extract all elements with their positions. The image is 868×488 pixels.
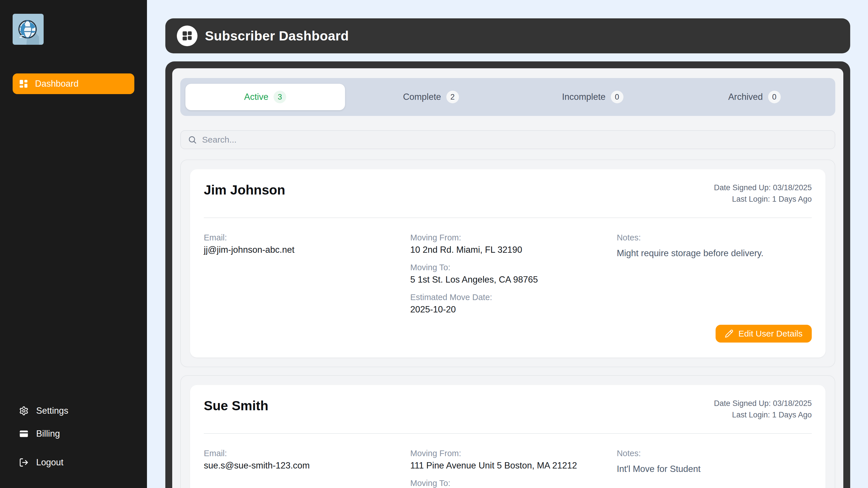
email-label: Email: xyxy=(204,232,399,243)
edit-user-details-button[interactable]: Edit User Details xyxy=(716,325,812,343)
sidebar-item-settings[interactable]: Settings xyxy=(12,402,134,419)
subscriber-name: Sue Smith xyxy=(204,398,268,414)
moving-from-value: 111 Pine Avenue Unit 5 Boston, MA 21212 xyxy=(410,460,605,471)
grid-2x2-icon xyxy=(181,30,193,42)
date-signed-up: Date Signed Up: 03/18/2025 xyxy=(714,182,812,193)
subscriber-card: Sue Smith Date Signed Up: 03/18/2025 Las… xyxy=(190,385,826,488)
notes-column: Notes: Int'l Move for Student xyxy=(617,448,812,488)
search-input[interactable] xyxy=(202,135,828,144)
tab-complete[interactable]: Complete 2 xyxy=(351,84,511,110)
card-actions: Edit User Details xyxy=(204,325,812,343)
subscriber-card: Jim Johnson Date Signed Up: 03/18/2025 L… xyxy=(190,169,826,357)
moving-to-field: Moving To: 5 1st St. Los Angeles, CA 987… xyxy=(410,262,605,286)
tab-count-badge: 2 xyxy=(446,91,459,103)
search-bar xyxy=(180,130,835,149)
card-header: Jim Johnson Date Signed Up: 03/18/2025 L… xyxy=(204,182,812,205)
moving-from-label: Moving From: xyxy=(410,448,605,458)
card-divider xyxy=(204,433,812,434)
tab-label: Archived xyxy=(728,92,763,102)
email-value: sue.s@sue-smith-123.com xyxy=(204,460,399,471)
email-column: Email: jj@jim-johnson-abc.net xyxy=(204,232,399,316)
tab-label: Complete xyxy=(403,92,441,102)
last-login: Last Login: 1 Days Ago xyxy=(714,409,812,421)
page-title: Subscriber Dashboard xyxy=(205,28,349,43)
tab-count-badge: 0 xyxy=(768,91,781,103)
est-move-date-field: Estimated Move Date: 2025-10-20 xyxy=(410,292,605,316)
sidebar-item-label: Dashboard xyxy=(35,78,79,89)
sidebar-footer: Settings Billing Logout xyxy=(12,402,134,471)
main-area: Subscriber Dashboard Active 3 Complete 2… xyxy=(147,0,868,488)
sidebar-item-label: Logout xyxy=(36,457,63,468)
est-move-date-label: Estimated Move Date: xyxy=(410,292,605,302)
sidebar-item-label: Billing xyxy=(36,429,60,439)
magnifier-icon xyxy=(188,135,197,144)
email-label: Email: xyxy=(204,448,399,458)
log-out-icon xyxy=(19,458,29,467)
subscriber-details: Email: sue.s@sue-smith-123.com Moving Fr… xyxy=(204,448,812,488)
notes-value: Int'l Move for Student xyxy=(617,463,812,475)
gear-icon xyxy=(19,406,29,416)
moving-column: Moving From: 111 Pine Avenue Unit 5 Bost… xyxy=(410,448,605,488)
sidebar-item-dashboard[interactable]: Dashboard xyxy=(12,73,134,94)
last-login: Last Login: 1 Days Ago xyxy=(714,193,812,205)
tab-label: Incomplete xyxy=(562,92,606,102)
moving-from-field: Moving From: 10 2nd Rd. Miami, FL 32190 xyxy=(410,232,605,256)
tab-archived[interactable]: Archived 0 xyxy=(675,84,834,110)
subscriber-dates: Date Signed Up: 03/18/2025 Last Login: 1… xyxy=(714,182,812,205)
card-header: Sue Smith Date Signed Up: 03/18/2025 Las… xyxy=(204,398,812,421)
content-panel-inner: Active 3 Complete 2 Incomplete 0 Archive… xyxy=(172,68,843,488)
status-tabbar: Active 3 Complete 2 Incomplete 0 Archive… xyxy=(180,78,835,116)
tab-incomplete[interactable]: Incomplete 0 xyxy=(513,84,673,110)
est-move-date-value: 2025-10-20 xyxy=(410,303,605,316)
moving-to-value: 5 1st St. Los Angeles, CA 98765 xyxy=(410,274,605,286)
moving-column: Moving From: 10 2nd Rd. Miami, FL 32190 … xyxy=(410,232,605,316)
notes-value: Might require storage before delivery. xyxy=(617,247,812,259)
moving-from-value: 10 2nd Rd. Miami, FL 32190 xyxy=(410,244,605,256)
edit-button-label: Edit User Details xyxy=(739,329,803,338)
notes-label: Notes: xyxy=(617,232,812,243)
tab-active[interactable]: Active 3 xyxy=(185,84,345,110)
subscriber-card-wrapper: Sue Smith Date Signed Up: 03/18/2025 Las… xyxy=(180,375,835,488)
content-panel: Active 3 Complete 2 Incomplete 0 Archive… xyxy=(165,61,850,488)
moving-to-field: Moving To: 9 Kent Place Apt # 7 London 1… xyxy=(410,478,605,488)
credit-card-icon xyxy=(19,429,29,438)
tab-count-badge: 3 xyxy=(274,91,286,103)
subscriber-details: Email: jj@jim-johnson-abc.net Moving Fro… xyxy=(204,232,812,316)
sidebar-item-billing[interactable]: Billing xyxy=(12,425,134,443)
globe-logo xyxy=(12,14,43,45)
moving-from-field: Moving From: 111 Pine Avenue Unit 5 Bost… xyxy=(410,448,605,471)
sidebar-item-logout[interactable]: Logout xyxy=(12,454,134,471)
card-divider xyxy=(204,218,812,218)
header-icon-circle xyxy=(177,26,197,46)
tab-label: Active xyxy=(244,92,268,102)
page-header: Subscriber Dashboard xyxy=(165,19,850,53)
notes-label: Notes: xyxy=(617,448,812,458)
date-signed-up: Date Signed Up: 03/18/2025 xyxy=(714,398,812,409)
moving-to-label: Moving To: xyxy=(410,262,605,272)
subscriber-card-wrapper: Jim Johnson Date Signed Up: 03/18/2025 L… xyxy=(180,160,835,367)
sidebar-item-label: Settings xyxy=(36,406,68,416)
subscriber-dates: Date Signed Up: 03/18/2025 Last Login: 1… xyxy=(714,398,812,421)
notes-column: Notes: Might require storage before deli… xyxy=(617,232,812,316)
email-column: Email: sue.s@sue-smith-123.com xyxy=(204,448,399,488)
email-value: jj@jim-johnson-abc.net xyxy=(204,244,399,256)
layout-dashboard-icon xyxy=(19,78,29,89)
pencil-icon xyxy=(725,329,733,338)
email-field: Email: jj@jim-johnson-abc.net xyxy=(204,232,399,256)
sidebar: Dashboard Settings Billing xyxy=(0,0,147,488)
moving-to-label: Moving To: xyxy=(410,478,605,488)
email-field: Email: sue.s@sue-smith-123.com xyxy=(204,448,399,471)
tab-count-badge: 0 xyxy=(611,91,623,103)
moving-from-label: Moving From: xyxy=(410,232,605,243)
subscriber-name: Jim Johnson xyxy=(204,182,285,198)
